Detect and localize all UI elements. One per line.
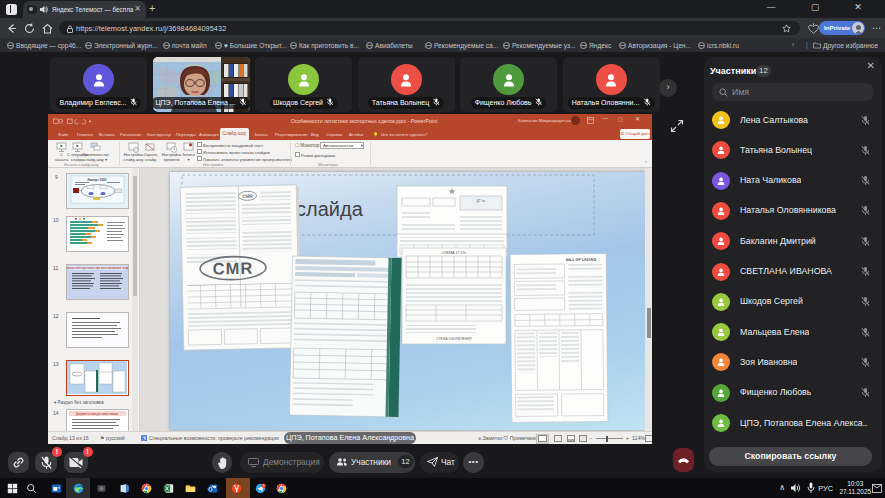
svg-text:Импорт 2020: Импорт 2020 xyxy=(88,178,107,182)
svg-text:СХЕМА ОФОРМЛЕНИЯ: СХЕМА ОФОРМЛЕНИЯ xyxy=(436,337,472,341)
svg-text:слайда: слайда xyxy=(296,198,364,220)
svg-text:CMR: CMR xyxy=(242,194,253,199)
svg-text:Документы при доставке товара: Документы при доставке товара xyxy=(76,412,118,416)
svg-text:BILL OF LADING: BILL OF LADING xyxy=(566,258,596,262)
svg-text:Правила себя чувствовал при тр: Правила себя чувствовал при транспортиро… xyxy=(67,266,128,270)
svg-text:СХЕМА 17-17к: СХЕМА 17-17к xyxy=(442,251,467,255)
svg-text:9: 9 xyxy=(263,483,265,487)
svg-text:CMR: CMR xyxy=(213,259,254,278)
svg-text:ДТ №: ДТ № xyxy=(477,199,486,203)
